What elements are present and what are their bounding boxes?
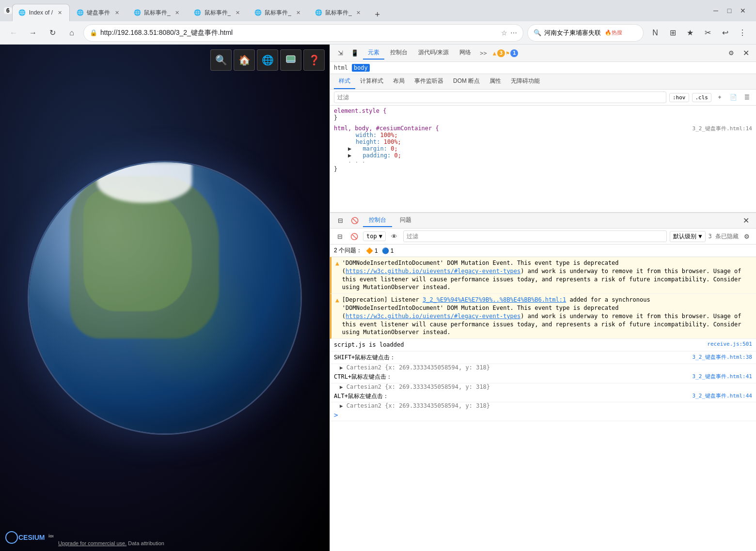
- source-link-alt[interactable]: 3_2_键盘事件.html:44: [693, 393, 752, 399]
- css-triangle-margin[interactable]: ▶: [348, 145, 351, 152]
- triangle-alt[interactable]: ▶: [340, 403, 343, 409]
- styles-tab-layout[interactable]: 布局: [388, 74, 410, 89]
- info-flag-icon: 🔵: [382, 247, 389, 254]
- console-ban-btn[interactable]: 🚫: [348, 230, 360, 242]
- cesium-help-button[interactable]: ❓: [303, 49, 325, 71]
- css-prop-height: height: 100%;: [334, 138, 752, 145]
- hover-filter-button[interactable]: :hov: [669, 93, 689, 102]
- styles-tab-styles[interactable]: 样式: [334, 74, 355, 89]
- triangle-shift[interactable]: ▶: [340, 365, 343, 371]
- nav-bar: ← → ↻ ⌂ 🔒 http://192.168.3.51:8080/3_2_键…: [0, 21, 756, 45]
- styles-tab-computed[interactable]: 计算样式: [355, 74, 388, 89]
- deprecation-link-2a[interactable]: https://w3c.github.io/uievents/#legacy-e…: [346, 313, 520, 320]
- tab-close-1[interactable]: ✕: [56, 9, 63, 16]
- triangle-ctrl[interactable]: ▶: [340, 384, 343, 390]
- tab-close-6[interactable]: ✕: [355, 9, 362, 16]
- globe-shine: [29, 162, 300, 433]
- devtools-tab-console[interactable]: 控制台: [385, 46, 412, 60]
- address-bar[interactable]: 🔒 http://192.168.3.51:8080/3_2_键盘事件.html…: [83, 24, 523, 42]
- top-context-selector[interactable]: top ▼: [363, 231, 386, 241]
- profile-icon-btn[interactable]: ✂: [700, 25, 715, 41]
- new-style-rule-button[interactable]: 📄: [728, 92, 739, 103]
- tab-close-5[interactable]: ✕: [294, 9, 302, 16]
- console-sidebar-toggle[interactable]: ⊟: [334, 214, 346, 227]
- tab-mouse-event-5[interactable]: 🌐 鼠标事件_ ✕: [248, 4, 308, 21]
- css-triangle-padding[interactable]: ▶: [348, 152, 351, 159]
- tab-keyboard-event[interactable]: 🌐 键盘事件 ✕: [70, 4, 127, 21]
- css-prop-padding-label: padding:: [362, 152, 391, 159]
- console-settings-btn[interactable]: ⚙: [741, 231, 752, 242]
- console-tab-console[interactable]: 控制台: [363, 214, 392, 227]
- forward-button[interactable]: →: [25, 25, 41, 41]
- cesium-globe-button[interactable]: 🌐: [257, 49, 278, 71]
- console-clear-button[interactable]: 🚫: [348, 214, 361, 227]
- devtools-tab-sources[interactable]: 源代码/来源: [413, 46, 454, 60]
- tab-mouse-event-4[interactable]: 🌐 鼠标事件_ ✕: [188, 4, 248, 21]
- console-source-shift: 3_2_键盘事件.html:38: [693, 353, 752, 361]
- maximize-button[interactable]: □: [724, 5, 735, 16]
- tab-favicon-3: 🌐: [133, 9, 141, 16]
- styles-filter-input[interactable]: [334, 92, 666, 103]
- history-icon-btn[interactable]: ↩: [717, 25, 733, 41]
- home-button[interactable]: ⌂: [64, 25, 79, 41]
- search-icon: 🔍: [534, 29, 541, 36]
- devtools-tab-elements[interactable]: 元素: [363, 46, 384, 60]
- tabs-container: 🌐 Index of / ✕ 🌐 键盘事件 ✕ 🌐 鼠标事件_ ✕ 🌐 鼠标事件…: [12, 0, 710, 21]
- css-source-link-1[interactable]: 3_2_键盘事件.html:14: [693, 125, 752, 132]
- upgrade-link[interactable]: Upgrade for commercial use.: [58, 540, 126, 546]
- address-more-icon[interactable]: ⋯: [510, 29, 517, 37]
- tab-mouse-event-3[interactable]: 🌐 鼠标事件_ ✕: [127, 4, 188, 21]
- toggle-class-button[interactable]: ☰: [741, 92, 752, 103]
- cls-filter-button[interactable]: .cls: [692, 93, 712, 102]
- tab-close-4[interactable]: ✕: [234, 9, 241, 16]
- console-source-scriptjs: receive.js:501: [707, 341, 752, 347]
- notus-icon-btn[interactable]: N: [647, 25, 663, 41]
- devtools-settings-button[interactable]: ⚙: [725, 47, 738, 60]
- source-link-shift[interactable]: 3_2_键盘事件.html:38: [693, 354, 752, 360]
- styles-tab-properties[interactable]: 属性: [485, 74, 506, 89]
- styles-tab-accessibility[interactable]: 无障碍功能: [506, 74, 545, 89]
- cesium-home-button[interactable]: 🏠: [234, 49, 255, 71]
- console-tab-issues[interactable]: 问题: [394, 214, 417, 227]
- menu-icon-btn[interactable]: ⋮: [735, 25, 750, 41]
- cesium-map-button[interactable]: [280, 49, 301, 71]
- styles-tab-dom-breakpoints[interactable]: DOM 断点: [448, 74, 485, 89]
- css-val-margin: 0;: [391, 145, 397, 152]
- search-text: 河南女子柬埔寨失联: [544, 29, 601, 37]
- deprecation-link-1[interactable]: https://w3c.github.io/uievents/#legacy-e…: [346, 268, 520, 275]
- level-selector[interactable]: 默认级别 ▼: [670, 231, 705, 242]
- deprecation-link-file[interactable]: 3_2_%E9%94%AE%E7%9B%..%8B%E4%BB%B6.html:…: [423, 296, 566, 303]
- console-filter-input[interactable]: [403, 230, 667, 242]
- cesium-search-button[interactable]: 🔍: [210, 49, 232, 71]
- tab-mouse-event-6[interactable]: 🌐 鼠标事件_ ✕: [308, 4, 369, 21]
- tab-close-3[interactable]: ✕: [173, 9, 181, 16]
- tab-close-2[interactable]: ✕: [113, 9, 121, 16]
- css-val-height: 100%;: [384, 138, 401, 145]
- breadcrumb-body[interactable]: body: [352, 64, 370, 72]
- source-link-scriptjs[interactable]: receive.js:501: [707, 341, 752, 347]
- console-close-button[interactable]: ✕: [740, 214, 752, 227]
- grid-icon-btn[interactable]: ⊞: [665, 25, 680, 41]
- minimize-button[interactable]: ─: [710, 5, 721, 16]
- devtools-close-button[interactable]: ✕: [740, 47, 752, 60]
- devtools-device-button[interactable]: 📱: [348, 47, 361, 60]
- console-msg-scriptjs: script.js is loadded receive.js:501: [330, 339, 756, 352]
- devtools-tab-network[interactable]: 网络: [455, 46, 476, 60]
- bookmark-icon-btn[interactable]: ★: [682, 25, 698, 41]
- bookmark-icon[interactable]: ☆: [501, 29, 507, 37]
- close-button[interactable]: ✕: [738, 5, 748, 16]
- back-button[interactable]: ←: [6, 25, 21, 41]
- add-style-rule-button[interactable]: +: [714, 92, 725, 103]
- console-eye-btn[interactable]: 👁: [389, 230, 400, 242]
- devtools-inspect-button[interactable]: ⇲: [334, 47, 346, 60]
- tab-index-of[interactable]: 🌐 Index of / ✕: [12, 4, 70, 21]
- console-sidebar-btn[interactable]: ⊟: [334, 230, 346, 242]
- reload-button[interactable]: ↻: [45, 25, 60, 41]
- breadcrumb-html[interactable]: html: [334, 64, 348, 71]
- search-bar[interactable]: 🔍 河南女子柬埔寨失联 🔥热搜: [527, 24, 644, 42]
- source-link-ctrl[interactable]: 3_2_键盘事件.html:41: [693, 373, 752, 380]
- more-tabs-button[interactable]: >>: [477, 50, 489, 57]
- console-panel: ⊟ 🚫 控制台 问题 ✕ ⊟ 🚫 top ▼ 👁: [330, 212, 756, 551]
- styles-tab-event-listeners[interactable]: 事件监听器: [410, 74, 448, 89]
- new-tab-button[interactable]: +: [371, 8, 384, 21]
